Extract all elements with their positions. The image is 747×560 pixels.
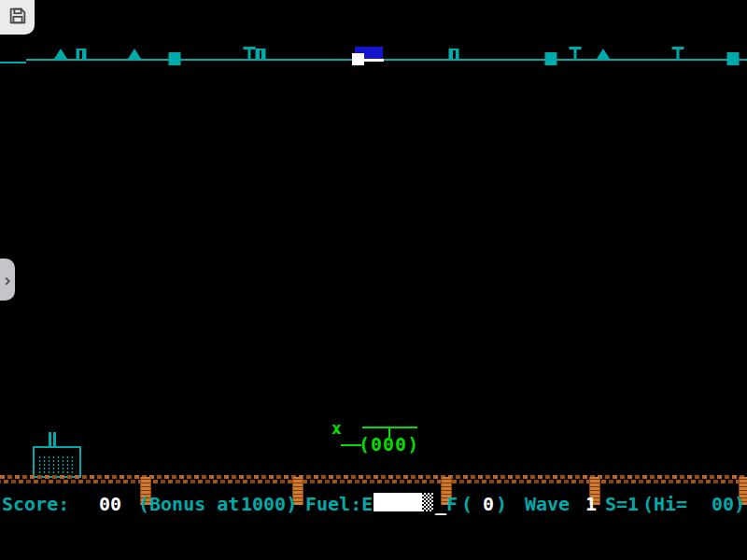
radar-marker-tee xyxy=(244,47,256,60)
bonus-value: 1000) xyxy=(241,493,297,515)
score-label: Score: xyxy=(2,493,69,515)
game-screen[interactable]: › x ` (000) Score:00(Bonus at1000)Fuel:E… xyxy=(0,0,747,560)
helicopter-hook: ` xyxy=(333,427,345,450)
save-button[interactable] xyxy=(0,0,35,35)
depot-chimney xyxy=(53,432,56,446)
hi-label: (Hi= xyxy=(642,493,687,515)
radar-marker-gate xyxy=(77,49,87,60)
wave-label: Wave xyxy=(525,493,570,515)
floppy-disk-icon xyxy=(7,6,28,30)
radar-marker-triangle xyxy=(128,49,141,59)
radar-marker-square xyxy=(545,52,557,65)
radar-line xyxy=(26,59,747,61)
radar-marker-square xyxy=(169,52,181,65)
radar-marker-gate xyxy=(256,49,266,60)
radar-marker-tee xyxy=(672,47,684,60)
depot-chimney xyxy=(49,432,51,446)
hi-value: 00) xyxy=(712,493,745,515)
fuel-underscore: _ xyxy=(435,493,446,515)
ships-label: S=1 xyxy=(605,493,639,515)
ground-strip xyxy=(0,480,747,483)
radar-line-stub xyxy=(0,62,26,63)
score-value: 00 xyxy=(99,493,121,515)
fuel-label: Fuel:E xyxy=(305,493,373,515)
radar-marker-gate xyxy=(449,49,459,60)
player-blip-underline xyxy=(364,59,384,62)
fuel-f-label: F xyxy=(446,493,458,515)
depot-fill-pattern xyxy=(37,455,77,475)
radar-marker-triangle xyxy=(597,49,610,59)
radar-marker-triangle xyxy=(54,49,67,59)
ground-strip xyxy=(0,475,747,479)
wave-value: 1 xyxy=(585,493,597,515)
player-blip-white xyxy=(352,53,364,65)
sidebar-toggle-button[interactable]: › xyxy=(0,259,15,301)
radar-marker-tee xyxy=(570,47,582,60)
fuel-gauge-dither xyxy=(422,493,433,511)
fuel-depot-building xyxy=(33,446,81,478)
chevron-right-icon: › xyxy=(4,270,11,290)
fuel-gauge-bar xyxy=(374,493,422,511)
fuel-count: 0 xyxy=(483,493,494,515)
helicopter-mast xyxy=(388,428,390,438)
radar-marker-square xyxy=(727,52,740,65)
bonus-label: (Bonus at xyxy=(138,493,239,515)
fuel-paren-close: ) xyxy=(496,493,507,515)
fuel-paren-open: ( xyxy=(461,493,472,515)
